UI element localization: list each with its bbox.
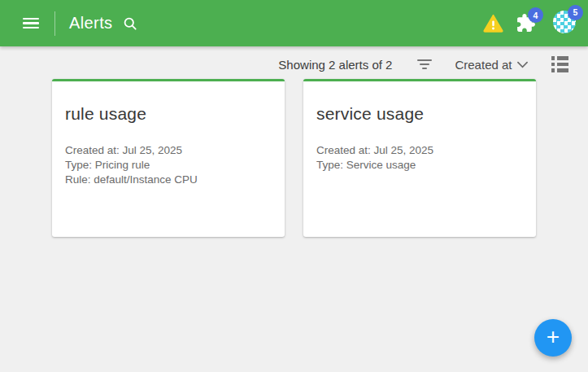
alert-type: Type: Service usage bbox=[316, 158, 523, 173]
alert-title: rule usage bbox=[65, 104, 272, 124]
app-bar: Alerts 4 5 bbox=[0, 0, 588, 46]
alerts-toolbar: Showing 2 alerts of 2 Created at bbox=[278, 51, 568, 77]
alert-rule: Rule: default/Instance CPU bbox=[65, 173, 272, 187]
extensions-button-wrap: 4 bbox=[516, 13, 536, 33]
add-alert-fab[interactable]: + bbox=[534, 319, 572, 357]
alert-created-at: Created at: Jul 25, 2025 bbox=[65, 143, 272, 158]
filter-icon[interactable] bbox=[416, 57, 433, 72]
alert-meta: Created at: Jul 25, 2025 Type: Service u… bbox=[316, 143, 523, 173]
search-icon[interactable] bbox=[122, 15, 138, 32]
alert-type: Type: Pricing rule bbox=[65, 158, 272, 173]
plus-icon: + bbox=[547, 326, 560, 348]
alert-meta: Created at: Jul 25, 2025 Type: Pricing r… bbox=[65, 143, 272, 187]
chevron-down-icon bbox=[517, 61, 528, 68]
alerts-grid: rule usage Created at: Jul 25, 2025 Type… bbox=[52, 79, 536, 237]
appbar-right-group: 4 5 bbox=[483, 11, 588, 37]
sort-dropdown[interactable]: Created at bbox=[455, 58, 527, 72]
avatar-wrap: 5 bbox=[553, 11, 576, 37]
warning-icon[interactable] bbox=[483, 14, 503, 33]
hamburger-menu-icon[interactable] bbox=[23, 18, 39, 29]
list-view-icon[interactable] bbox=[551, 56, 569, 72]
alert-card-rule-usage[interactable]: rule usage Created at: Jul 25, 2025 Type… bbox=[52, 79, 285, 237]
alert-title: service usage bbox=[316, 104, 523, 124]
appbar-divider bbox=[54, 11, 55, 36]
page-title: Alerts bbox=[69, 14, 113, 33]
sort-dropdown-label: Created at bbox=[455, 58, 512, 72]
alert-card-service-usage[interactable]: service usage Created at: Jul 25, 2025 T… bbox=[303, 79, 536, 237]
alert-created-at: Created at: Jul 25, 2025 bbox=[316, 143, 523, 158]
avatar-count-badge: 5 bbox=[568, 5, 583, 20]
extensions-count-badge: 4 bbox=[528, 7, 543, 23]
showing-count-text: Showing 2 alerts of 2 bbox=[278, 58, 392, 72]
